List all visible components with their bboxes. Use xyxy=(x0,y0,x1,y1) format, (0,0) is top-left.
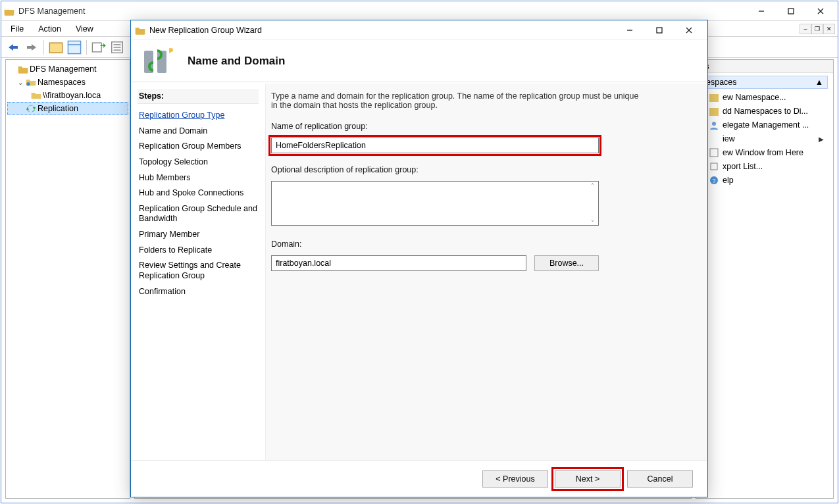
step-review[interactable]: Review Settings and Create Replication G… xyxy=(138,258,259,284)
tree-pane: DFS Management ⌄ Namespaces \\firatboyan… xyxy=(5,59,130,499)
replication-group-name-input[interactable] xyxy=(271,138,599,153)
action-view[interactable]: iew ▶ xyxy=(708,133,825,145)
svg-point-27 xyxy=(169,48,173,52)
cancel-button[interactable]: Cancel xyxy=(627,470,693,488)
back-button[interactable] xyxy=(5,39,21,55)
maximize-button[interactable] xyxy=(776,2,805,20)
action-new-namespace[interactable]: ew Namespace... xyxy=(708,91,825,103)
wizard-intro: Type a name and domain for the replicati… xyxy=(271,91,640,110)
wizard-title: New Replication Group Wizard xyxy=(149,26,611,35)
menu-file[interactable]: File xyxy=(4,23,30,35)
mdi-restore[interactable]: ❐ xyxy=(811,24,823,34)
tool-btn-3[interactable] xyxy=(91,39,107,55)
step-members[interactable]: Replication Group Members xyxy=(138,139,259,155)
action-label: xport List... xyxy=(723,162,763,171)
wizard-header-icon xyxy=(140,44,174,78)
tool-btn-4[interactable] xyxy=(109,39,125,55)
step-confirmation[interactable]: Confirmation xyxy=(138,284,259,300)
actions-section-namespaces[interactable]: espaces ▲ xyxy=(701,76,828,89)
tree-root-label: DFS Management xyxy=(30,64,96,74)
menu-action[interactable]: Action xyxy=(32,23,68,35)
tree-namespaces[interactable]: ⌄ Namespaces xyxy=(7,76,128,89)
domain-input[interactable] xyxy=(271,255,526,271)
collapse-icon: ▲ xyxy=(815,78,823,87)
wizard-body: Steps: Replication Group Type Name and D… xyxy=(131,84,707,460)
step-hub-members[interactable]: Hub Members xyxy=(138,170,259,186)
tree-root[interactable]: DFS Management xyxy=(7,63,128,76)
mdi-close[interactable]: ✕ xyxy=(823,24,835,34)
mdi-buttons: – ❐ ✕ xyxy=(800,24,835,34)
action-label: elp xyxy=(723,176,734,185)
forward-button[interactable] xyxy=(24,39,39,55)
step-replication-group-type[interactable]: Replication Group Type xyxy=(138,108,259,124)
wizard-dialog: New Replication Group Wizard Name and Do… xyxy=(130,20,708,497)
description-textarea[interactable] xyxy=(271,181,599,226)
svg-point-15 xyxy=(712,122,716,126)
tree-replication[interactable]: Replication xyxy=(7,102,128,115)
tool-btn-2[interactable] xyxy=(66,39,82,55)
svg-text:?: ? xyxy=(712,178,715,184)
tree-replication-label: Replication xyxy=(38,104,78,113)
toolbar-sep-1 xyxy=(43,40,44,55)
action-label: ew Window from Here xyxy=(723,148,803,157)
wizard-header: Name and Domain xyxy=(131,40,707,82)
step-name-and-domain[interactable]: Name and Domain xyxy=(138,124,259,139)
namespace-icon xyxy=(709,93,719,102)
main-title: DFS Management xyxy=(18,7,742,16)
previous-button[interactable]: < Previous xyxy=(482,470,548,488)
action-help[interactable]: ? elp xyxy=(708,174,825,186)
action-delegate[interactable]: elegate Management ... xyxy=(708,119,825,131)
wizard-steps: Steps: Replication Group Type Name and D… xyxy=(131,84,265,460)
wizard-minimize-button[interactable] xyxy=(615,21,644,39)
step-topology[interactable]: Topology Selection xyxy=(138,155,259,170)
app-icon xyxy=(4,6,14,16)
dfs-icon xyxy=(18,64,28,74)
svg-rect-5 xyxy=(68,41,80,53)
steps-title: Steps: xyxy=(138,89,259,104)
svg-rect-17 xyxy=(711,163,717,170)
next-button[interactable]: Next > xyxy=(555,470,621,488)
wizard-close-button[interactable] xyxy=(674,21,703,39)
add-icon xyxy=(709,107,719,116)
svg-rect-13 xyxy=(709,94,719,102)
wizard-footer: < Previous Next > Cancel xyxy=(131,460,707,497)
namespace-item-icon xyxy=(31,90,41,101)
replication-icon xyxy=(26,103,36,114)
actions-section-label: espaces xyxy=(706,78,737,87)
step-schedule[interactable]: Replication Group Schedule and Bandwidth xyxy=(138,201,259,227)
toolbar-sep-2 xyxy=(86,40,87,55)
wizard-maximize-button[interactable] xyxy=(644,21,674,39)
tree-namespace-item[interactable]: \\firatboyan.loca xyxy=(7,89,128,102)
menu-view[interactable]: View xyxy=(69,23,100,35)
action-export-list[interactable]: xport List... xyxy=(708,161,825,172)
action-add-namespaces[interactable]: dd Namespaces to Di... xyxy=(708,105,825,117)
action-label: ew Namespace... xyxy=(723,93,786,102)
wizard-form: Type a name and domain for the replicati… xyxy=(265,84,707,460)
browse-button[interactable]: Browse... xyxy=(534,255,599,271)
minimize-button[interactable] xyxy=(746,2,776,20)
step-primary[interactable]: Primary Member xyxy=(138,227,259,243)
svg-rect-14 xyxy=(709,108,719,116)
step-hub-spoke[interactable]: Hub and Spoke Connections xyxy=(138,186,259,201)
mdi-minimize[interactable]: – xyxy=(800,24,811,34)
close-button[interactable] xyxy=(805,2,835,20)
wizard-icon xyxy=(135,25,145,36)
action-new-window[interactable]: ew Window from Here xyxy=(708,147,825,159)
export-icon xyxy=(709,162,719,171)
svg-rect-4 xyxy=(49,43,62,53)
action-label: elegate Management ... xyxy=(723,120,809,130)
label-group-name: Name of replication group: xyxy=(271,122,689,131)
actions-list: ew Namespace... dd Namespaces to Di... e… xyxy=(701,89,828,190)
main-window-buttons xyxy=(746,2,835,20)
wizard-heading: Name and Domain xyxy=(188,55,285,68)
chevron-right-icon: ▶ xyxy=(819,136,824,143)
wizard-titlebar: New Replication Group Wizard xyxy=(131,20,707,40)
svg-rect-21 xyxy=(657,28,662,33)
svg-rect-1 xyxy=(788,9,794,14)
wizard-window-buttons xyxy=(615,21,703,39)
user-icon xyxy=(709,120,719,130)
step-folders[interactable]: Folders to Replicate xyxy=(138,243,259,259)
svg-rect-7 xyxy=(92,43,101,52)
tool-btn-1[interactable] xyxy=(48,39,64,55)
tree-namespace-item-label: \\firatboyan.loca xyxy=(43,91,101,100)
